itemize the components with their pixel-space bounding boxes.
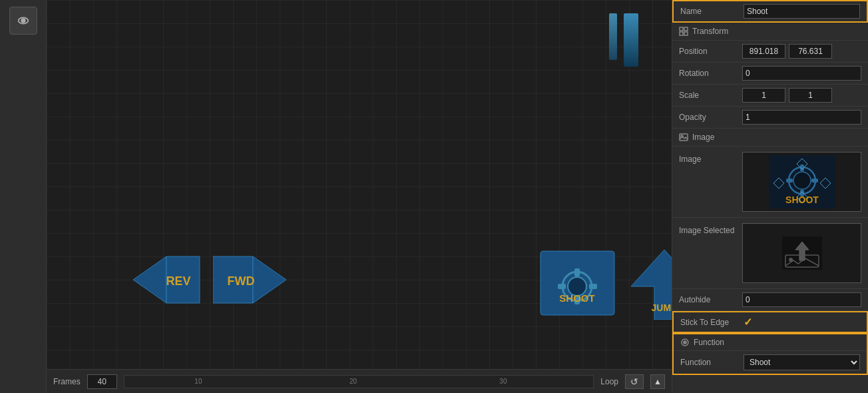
rotation-input[interactable] (742, 66, 861, 81)
image-row: Image SHOOT (672, 147, 868, 218)
svg-rect-19 (684, 27, 688, 31)
rotation-label: Rotation (679, 69, 742, 78)
svg-rect-21 (684, 32, 688, 35)
frames-label: Frames (53, 377, 81, 386)
canvas-button-fwd[interactable]: FWD (213, 253, 286, 308)
svg-rect-20 (680, 32, 683, 35)
svg-text:FWD: FWD (228, 274, 255, 288)
transform-section-header: Transform (672, 23, 868, 41)
position-row: Position (672, 41, 868, 63)
deco-bar-narrow (609, 13, 617, 60)
stick-to-edge-row: Stick To Edge ✓ (672, 311, 868, 333)
scale-inputs (742, 88, 861, 103)
loop-label: Loop (600, 377, 618, 386)
transform-label: Transform (692, 27, 728, 36)
canvas-content: REV FWD (47, 0, 672, 369)
position-inputs (742, 44, 861, 59)
canvas-button-rev[interactable]: REV (133, 253, 206, 308)
scale-x-input[interactable] (742, 88, 785, 103)
left-sidebar (0, 0, 47, 393)
svg-text:SHOOT: SHOOT (785, 195, 819, 205)
timeline-expand-button[interactable]: ▲ (650, 374, 665, 389)
scale-label: Scale (679, 91, 742, 100)
deco-bar-wide (624, 13, 638, 67)
ruler-mark-30: 30 (499, 378, 507, 385)
function-select[interactable]: Shoot Jump Rev Fwd (744, 354, 860, 370)
svg-text:JUMP: JUMP (652, 302, 672, 313)
svg-rect-13 (558, 284, 566, 289)
image-label: Image (679, 152, 742, 164)
position-label: Position (679, 47, 742, 56)
frames-input[interactable] (87, 374, 117, 389)
deco-top-right (609, 13, 638, 67)
scale-y-input[interactable] (789, 88, 832, 103)
ruler-mark-10: 10 (194, 378, 202, 385)
name-label: Name (680, 7, 744, 16)
image-selected-label: Image Selected (679, 223, 742, 235)
svg-point-26 (793, 172, 811, 189)
svg-rect-18 (680, 27, 683, 31)
timeline-ruler[interactable]: 10 20 30 (124, 375, 594, 388)
function-row: Function Shoot Jump Rev Fwd (674, 351, 867, 374)
stick-to-edge-checkmark[interactable]: ✓ (744, 316, 752, 328)
svg-point-41 (684, 341, 686, 344)
autohide-input[interactable] (742, 292, 861, 307)
opacity-row: Opacity (672, 107, 868, 129)
svg-rect-30 (811, 179, 818, 183)
canvas-area[interactable]: REV FWD (47, 0, 672, 369)
image-section-header: Image (672, 129, 868, 147)
svg-marker-2 (133, 256, 166, 303)
canvas-button-shoot[interactable]: SHOOT (539, 250, 616, 325)
image-thumbnail[interactable]: SHOOT (742, 152, 861, 212)
position-y-input[interactable] (789, 44, 832, 59)
function-section-label: Function (694, 338, 724, 347)
svg-text:SHOOT: SHOOT (559, 292, 594, 304)
svg-text:REV: REV (166, 274, 190, 288)
rotation-row: Rotation (672, 63, 868, 85)
timeline-bar: Frames 10 20 30 Loop ↺ ▲ (47, 369, 672, 393)
svg-point-1 (21, 19, 25, 23)
opacity-label: Opacity (679, 113, 742, 122)
loop-button[interactable]: ↺ (625, 374, 644, 389)
opacity-input[interactable] (742, 110, 861, 125)
main-area: REV FWD (47, 0, 672, 393)
right-panel: Name Transform Position Rotation Scale (672, 0, 868, 393)
image-selected-row: Image Selected (672, 218, 868, 289)
svg-rect-11 (574, 268, 580, 276)
name-input[interactable] (744, 4, 860, 19)
autohide-row: Autohide (672, 289, 868, 311)
autohide-label: Autohide (679, 295, 742, 304)
function-label: Function (680, 358, 744, 367)
image-selected-thumbnail[interactable] (742, 223, 861, 283)
eye-button[interactable] (9, 7, 37, 35)
scale-row: Scale (672, 85, 868, 107)
svg-marker-6 (253, 256, 286, 303)
stick-to-edge-label: Stick To Edge (680, 318, 744, 327)
position-x-input[interactable] (742, 44, 785, 59)
canvas-button-jump[interactable]: JUMP (631, 250, 672, 322)
function-section-header: Function (674, 334, 867, 351)
ruler-mark-20: 20 (349, 378, 357, 385)
name-row: Name (672, 0, 868, 23)
svg-rect-14 (589, 284, 597, 289)
svg-rect-29 (786, 179, 793, 183)
function-section: Function Function Shoot Jump Rev Fwd (672, 333, 868, 375)
image-section-label: Image (692, 133, 714, 142)
